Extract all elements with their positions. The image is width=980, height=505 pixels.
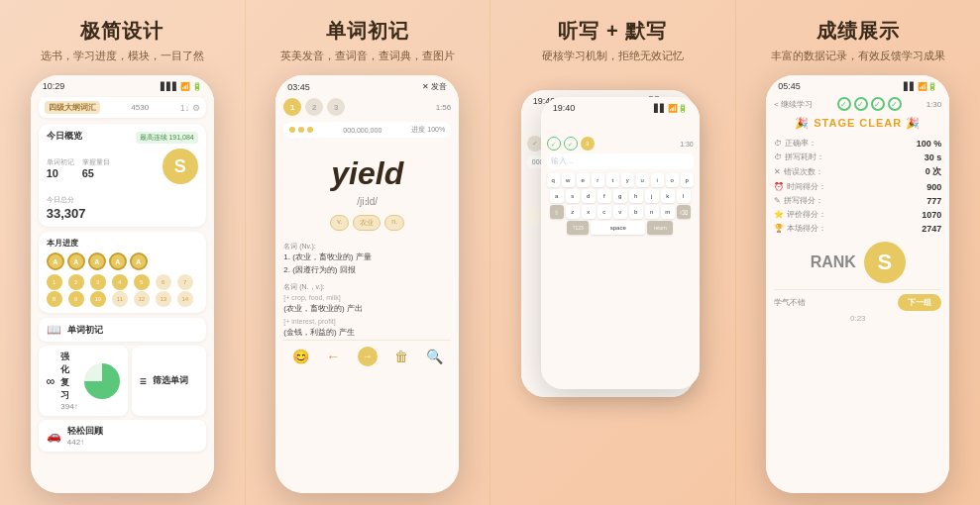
- rank-badge-s4: S: [864, 242, 906, 283]
- key-row-4: ?123 space return: [547, 221, 694, 235]
- s2-definition: 名词 (Nv.): 1. (农业，畜牧业的) 产量 2. (因遵行为的) 回报 …: [283, 241, 451, 340]
- section-vocab: 单词初记 英美发音，查词音，查词典，查图片 03:45 ✕ 发音 1 2 3 1…: [246, 0, 491, 505]
- stats-list: ⏱ 正确率： 100 % ⏱ 拼写耗时： 30 s ✕ 错误次数： 0 次 ⏰ …: [774, 138, 941, 234]
- next-button[interactable]: 下一组: [898, 294, 941, 311]
- progress-circle-bar: [84, 363, 120, 399]
- rank-badge-s1: S: [163, 149, 198, 184]
- val-mastered: 65: [82, 167, 110, 179]
- step-3: 3: [327, 98, 345, 116]
- progress-title: 本月进度: [47, 238, 198, 249]
- nav-back[interactable]: ←: [326, 349, 340, 364]
- s2-nav: 😊 ← → 🗑 🔍: [283, 340, 451, 368]
- phone-1-content: 四级大纲词汇 4530 1↓ ⚙ 今日概览 最高连续 191,084 单词初记 …: [31, 93, 214, 493]
- phone-3-container: 19:40 ▋▋ 📶🔋 ✓ 2 3 1:54: [521, 75, 705, 412]
- s2-tags: v. 农业 n.: [283, 215, 451, 231]
- section-4-title: 成绩展示: [817, 18, 900, 45]
- section-simple-design: 极简设计 选书，学习进度，模块，一目了然 10:29 ▋▋▋ 📶 🔋 四级大纲词…: [0, 0, 246, 505]
- backspace-key[interactable]: ⌫: [677, 205, 691, 219]
- keyboard: q w e r t y u i o p a: [547, 173, 694, 235]
- progress-label: 进度 100%: [411, 125, 445, 135]
- num-key[interactable]: ?123: [567, 221, 589, 235]
- phone-2: 03:45 ✕ 发音 1 2 3 1:56: [275, 75, 459, 493]
- phone-3-front: 19:40 ▋▋ 📶🔋 ✓ ✓ 3 1:30: [541, 97, 700, 389]
- mood-label: 学气不错: [774, 297, 806, 308]
- space-key[interactable]: space: [591, 221, 645, 235]
- tag-v: v.: [330, 215, 349, 231]
- step-1: 1: [283, 98, 301, 116]
- score-label: 今日总分: [47, 196, 74, 203]
- book-count: 4530: [131, 103, 149, 112]
- time-4: 05:45: [778, 81, 801, 91]
- section-4-subtitle: 丰富的数据记录，有效反馈学习成果: [771, 49, 945, 63]
- section-3-title: 听写 + 默写: [558, 18, 667, 45]
- def-2-1: (农业，畜牧业的) 产出: [283, 303, 451, 316]
- circle-5: A: [130, 252, 148, 270]
- status-bar-3-front: 19:40 ▋▋ 📶🔋: [541, 97, 700, 115]
- nav-forward[interactable]: →: [358, 347, 378, 366]
- nav-delete[interactable]: 🗑: [394, 349, 408, 364]
- key-row-1: q w e r t y u i o p: [547, 173, 694, 187]
- s2-phonetic: /jiːld/: [283, 196, 451, 207]
- status-bar-4: 05:45 ▋▋ 📶🔋: [766, 75, 949, 93]
- stat-time-score: ⏰ 时间得分： 900: [774, 181, 941, 192]
- easy-count: 442↑: [67, 438, 198, 447]
- shift-key[interactable]: ⇧: [550, 205, 564, 219]
- today-title: 今日概览: [47, 130, 82, 143]
- label-mastered: 掌握量目: [82, 157, 110, 167]
- def-1-2: 2. (因遵行为的) 回报: [283, 264, 451, 277]
- s4-bottom: 学气不错 下一组: [774, 289, 941, 311]
- phone-4-content: < 继续学习 ✓ ✓ ✓ ✓ 1:30 🎉 STAGE CLEAR 🎉 ⏱ 正确…: [766, 93, 949, 493]
- filter-title: 筛选单词: [153, 374, 198, 387]
- circle-4: A: [109, 252, 127, 270]
- time-2: 03:45: [287, 82, 310, 92]
- circle-2: A: [67, 252, 85, 270]
- time-3-front: 19:40: [553, 103, 576, 113]
- phone-2-content: 1 2 3 1:56 000,000,000 进度 100% yield: [275, 94, 459, 493]
- stat-total-score: 🏆 本场得分： 2747: [774, 223, 941, 234]
- vocab-title: 单词初记: [67, 324, 198, 337]
- app-container: 极简设计 选书，学习进度，模块，一目了然 10:29 ▋▋▋ 📶 🔋 四级大纲词…: [0, 0, 980, 505]
- tag-agriculture: 农业: [353, 215, 381, 231]
- s2-count-row: 000,000,000 进度 100%: [283, 122, 451, 138]
- card-vocab: 📖 单词初记: [39, 318, 206, 342]
- section-2-subtitle: 英美发音，查词音，查词典，查图片: [280, 49, 455, 63]
- nav-emoji[interactable]: 😊: [292, 349, 309, 364]
- streak-badge: 最高连续 191,084: [136, 132, 198, 144]
- counter-dots: [289, 127, 313, 133]
- card-vocab-text: 单词初记: [67, 324, 198, 337]
- front-input[interactable]: 输入...: [547, 153, 694, 169]
- today-card: 今日概览 最高连续 191,084 单词初记 10 掌握量目 65: [39, 124, 206, 227]
- book-header: 四级大纲词汇 4530 1↓ ⚙: [39, 97, 206, 118]
- book-tag: 四级大纲词汇: [45, 101, 100, 114]
- cards-row-2: ∞ 强化复习 394↑ ≡ 筛选单词: [39, 346, 206, 416]
- section-1-subtitle: 选书，学习进度，模块，一目了然: [41, 49, 204, 63]
- today-stats: 单词初记 10 掌握量目 65: [47, 157, 110, 179]
- vocab-icon: 📖: [47, 323, 61, 337]
- prev-study[interactable]: < 继续学习: [774, 99, 813, 110]
- review-title: 强化复习: [60, 351, 77, 402]
- val-words: 10: [47, 167, 74, 179]
- return-key[interactable]: return: [647, 221, 673, 235]
- section-3-subtitle: 硬核学习机制，拒绝无效记忆: [542, 49, 684, 63]
- stat-spell-score: ✎ 拼写得分： 777: [774, 195, 941, 206]
- s2-timer: 1:56: [436, 103, 452, 112]
- card-review: ∞ 强化复习 394↑: [39, 346, 128, 416]
- section-2-title: 单词初记: [326, 18, 409, 45]
- def-2-3: (金钱，利益的) 产生: [283, 327, 451, 340]
- progress-text: 000,000,000: [343, 127, 381, 134]
- section-1-title: 极简设计: [80, 18, 163, 45]
- progress-circles: A A A A A: [47, 252, 198, 270]
- calendar: 1 2 3 4 5 6 7 8 9 10 11 12 13 14: [47, 274, 198, 307]
- front-timer: 1:30: [680, 141, 694, 148]
- bottom-cards: 📖 单词初记 ∞ 强化复习 394↑: [39, 318, 206, 452]
- nav-search[interactable]: 🔍: [426, 349, 443, 364]
- def-part-1-head: 名词 (Nv.):: [283, 241, 451, 252]
- tag-n: n.: [384, 215, 404, 231]
- stage-clear-text: 🎉 STAGE CLEAR 🎉: [774, 117, 941, 130]
- phone-4: 05:45 ▋▋ 📶🔋 < 继续学习 ✓ ✓ ✓ ✓ 1:30 🎉 STAGE: [766, 75, 949, 493]
- monthly-progress: 本月进度 A A A A A 1 2 3 4 5 6: [39, 232, 206, 313]
- stat-time-used: ⏱ 拼写耗时： 30 s: [774, 152, 941, 162]
- front-content: ✓ ✓ 3 1:30 输入... q w e: [541, 115, 700, 389]
- section-results: 成绩展示 丰富的数据记录，有效反馈学习成果 05:45 ▋▋ 📶🔋 < 继续学习…: [736, 0, 981, 505]
- status-icons-1: ▋▋▋ 📶 🔋: [161, 82, 202, 91]
